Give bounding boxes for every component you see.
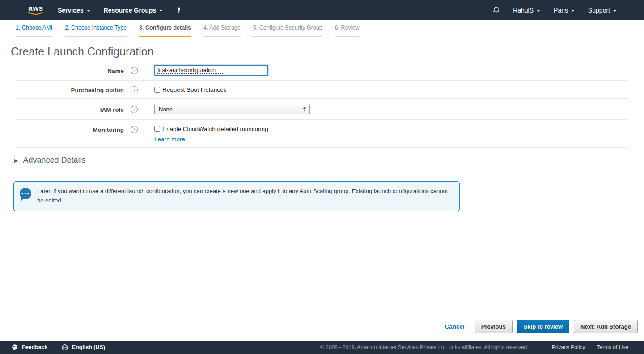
monitoring-label: Monitoring — [16, 126, 124, 133]
iam-role-control: None — [154, 104, 310, 114]
wizard-tabs: 1. Choose AMI 2. Choose Instance Type 3.… — [0, 20, 644, 37]
tab-configure-details[interactable]: 3. Configure details — [139, 25, 191, 37]
aws-logo-text: aws — [28, 5, 43, 12]
actions-bar: Cancel Previous Skip to review Next: Add… — [0, 312, 644, 341]
name-input[interactable] — [154, 65, 268, 76]
navbar-left: aws Services Resource Groups — [0, 0, 188, 20]
language-label: English (US) — [72, 344, 105, 350]
globe-icon — [61, 344, 68, 351]
spot-instances-checkbox[interactable] — [154, 87, 160, 93]
main-content: Create Launch Configuration Name i Purch… — [0, 37, 644, 312]
chat-bubble-icon: ●●● — [20, 188, 31, 199]
spot-instances-checkbox-label: Request Spot Instances — [162, 86, 226, 93]
form-row-iam-role: IAM role i None — [16, 99, 628, 120]
advanced-details-toggle[interactable]: ▶ Advanced Details — [13, 148, 631, 172]
services-menu[interactable]: Services — [51, 0, 97, 20]
page-title: Create Launch Configuration — [11, 45, 644, 58]
feedback-label: Feedback — [22, 344, 48, 350]
iam-role-label: IAM role — [16, 105, 124, 113]
cloudwatch-monitoring-checkbox-row: Enable CloudWatch detailed monitoring — [154, 126, 268, 132]
advanced-details-label: Advanced Details — [23, 156, 85, 165]
region-menu-label: Paris — [554, 7, 568, 14]
tab-choose-ami[interactable]: 1. Choose AMI — [16, 25, 52, 37]
services-menu-label: Services — [58, 7, 84, 14]
top-navbar: aws Services Resource Groups — [0, 0, 644, 20]
chevron-down-icon — [87, 10, 90, 12]
disclosure-triangle-icon: ▶ — [14, 158, 18, 163]
footer-bar: Feedback English (US) © 2008 - 2019, Ama… — [0, 341, 644, 354]
account-menu-label: RahulS — [513, 7, 534, 14]
chevron-down-icon — [571, 10, 575, 12]
cancel-button[interactable]: Cancel — [445, 323, 464, 330]
tab-add-storage: 4. Add Storage — [203, 25, 241, 37]
previous-button[interactable]: Previous — [475, 320, 513, 333]
name-label: Name — [16, 67, 124, 74]
launch-config-form: Name i Purchasing option i Request Spot … — [16, 60, 628, 148]
form-row-monitoring: Monitoring i Enable CloudWatch detailed … — [16, 120, 628, 148]
select-stepper-icon — [302, 106, 307, 112]
copyright-text: © 2008 - 2019, Amazon Internet Services … — [320, 344, 529, 350]
language-button[interactable]: English (US) — [61, 344, 105, 351]
iam-role-selected-value: None — [159, 106, 173, 113]
next-add-storage-button[interactable]: Next: Add Storage — [574, 320, 638, 333]
support-menu[interactable]: Support — [581, 0, 623, 20]
feedback-button[interactable]: Feedback — [11, 344, 48, 351]
name-control — [154, 65, 268, 76]
aws-logo[interactable]: aws — [21, 0, 51, 20]
purchasing-option-control: Request Spot Instances — [154, 86, 226, 93]
form-row-name: Name i — [16, 60, 628, 81]
monitoring-info-icon[interactable]: i — [131, 126, 138, 133]
iam-role-select[interactable]: None — [154, 104, 310, 114]
tab-configure-security-group: 5. Configure Security Group — [253, 25, 322, 37]
account-menu[interactable]: RahulS — [506, 0, 547, 20]
resource-groups-menu-label: Resource Groups — [104, 7, 156, 14]
skip-to-review-button[interactable]: Skip to review — [517, 320, 569, 333]
region-menu[interactable]: Paris — [547, 0, 581, 20]
navbar-right: RahulS Paris Support — [486, 0, 644, 20]
pin-icon[interactable] — [169, 0, 188, 20]
privacy-policy-link[interactable]: Privacy Policy — [552, 344, 585, 350]
tab-review: 6. Review — [335, 25, 360, 37]
form-row-purchasing-option: Purchasing option i Request Spot Instanc… — [16, 81, 628, 99]
info-banner-text: Later, if you want to use a different la… — [37, 187, 451, 206]
support-menu-label: Support — [588, 7, 610, 14]
chevron-down-icon — [537, 10, 540, 12]
monitoring-control: Enable CloudWatch detailed monitoring Le… — [154, 126, 268, 143]
feedback-bubble-icon — [11, 344, 18, 351]
cloudwatch-monitoring-checkbox[interactable] — [154, 126, 160, 132]
aws-smile-icon — [28, 12, 44, 16]
name-info-icon[interactable]: i — [131, 67, 138, 74]
info-banner: ●●● Later, if you want to use a differen… — [13, 181, 460, 211]
learn-more-link[interactable]: Learn more — [154, 136, 185, 143]
notifications-bell-icon[interactable] — [486, 0, 506, 20]
cloudwatch-monitoring-checkbox-label: Enable CloudWatch detailed monitoring — [162, 126, 268, 132]
iam-role-info-icon[interactable]: i — [131, 106, 138, 113]
tab-choose-instance-type[interactable]: 2. Choose Instance Type — [65, 25, 127, 37]
chevron-down-icon — [159, 10, 163, 12]
chevron-down-icon — [613, 10, 617, 12]
pushpin-glyph — [176, 7, 182, 14]
resource-groups-menu[interactable]: Resource Groups — [97, 0, 169, 20]
aws-console-page: aws Services Resource Groups — [0, 0, 644, 354]
terms-of-use-link[interactable]: Terms of Use — [597, 344, 628, 350]
purchasing-option-label: Purchasing option — [16, 86, 124, 93]
spot-instances-checkbox-row: Request Spot Instances — [154, 86, 226, 93]
purchasing-option-info-icon[interactable]: i — [131, 86, 138, 93]
